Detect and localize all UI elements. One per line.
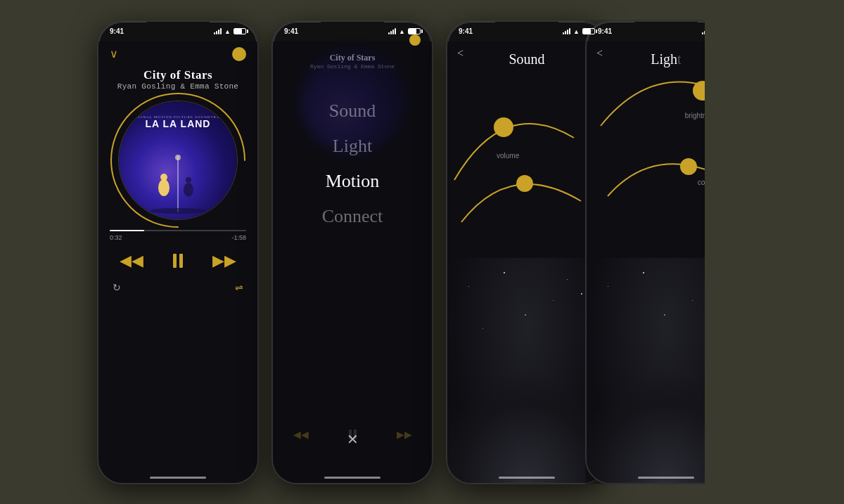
starfield-light	[587, 258, 746, 483]
battery-icon-4	[722, 28, 734, 34]
song-title: City of Stars	[143, 68, 212, 82]
svg-point-7	[494, 117, 513, 137]
menu-screen: City of Stars Ryan Gosling & Emma Stone …	[273, 41, 432, 483]
phone-sound: 9:41 ▲ < Sound	[446, 20, 608, 484]
menu-song-title: City of Stars	[310, 53, 395, 63]
signal-icon-3	[563, 28, 570, 34]
phone-notch-3	[495, 22, 558, 37]
menu-item-light[interactable]: Light	[333, 130, 372, 162]
phone-menu: 9:41 ▲ City of Stars Ryan Gosling & Emma…	[271, 20, 433, 484]
svg-point-5	[186, 177, 191, 183]
remaining-time: -1:58	[231, 234, 246, 241]
mountain-silhouette	[447, 370, 606, 483]
sound-curves-svg	[447, 67, 608, 264]
menu-dot-button[interactable]	[232, 47, 246, 61]
home-indicator-4	[638, 477, 694, 479]
phone-light: 9:41 ▲ < Light	[585, 20, 747, 484]
brightness-label: brightne	[685, 112, 710, 119]
menu-item-connect[interactable]: Connect	[322, 200, 383, 233]
back-button-light[interactable]: <	[596, 47, 603, 60]
bottom-controls: ↻ ⇌	[110, 282, 246, 294]
artist-name: Ryan Gosling & Emma Stone	[117, 82, 239, 91]
battery-icon-3	[582, 28, 595, 34]
home-indicator-2	[324, 477, 381, 479]
current-time: 0:32	[110, 234, 122, 241]
home-indicator	[150, 477, 206, 479]
volume-label: volume	[497, 152, 519, 160]
signal-icon-2	[388, 28, 396, 34]
starfield	[447, 258, 606, 483]
chevron-down-icon[interactable]: ∨	[110, 47, 118, 60]
wifi-icon: ▲	[224, 28, 231, 35]
wifi-icon-3: ▲	[573, 28, 580, 35]
phone-notch-4	[634, 22, 698, 37]
now-playing-screen: ∨ City of Stars Ryan Gosling & Emma Ston…	[98, 41, 257, 483]
mini-rewind: ◀◀	[293, 429, 309, 441]
close-button[interactable]: ✕	[347, 431, 359, 448]
pause-button[interactable]	[164, 247, 192, 275]
sound-title: Sound	[509, 51, 544, 67]
status-icons-2: ▲	[388, 28, 421, 35]
wifi-icon-2: ▲	[399, 28, 405, 35]
svg-point-10	[680, 158, 697, 175]
mountain-silhouette-light	[587, 370, 746, 483]
status-icons-3: ▲	[563, 28, 595, 35]
status-time-2: 9:41	[284, 27, 298, 35]
status-icons-4: ▲	[702, 28, 734, 35]
signal-icon-4	[702, 28, 710, 34]
svg-point-2	[158, 179, 170, 196]
phone-now-playing: 9:41 ▲ ∨ City of Stars Ryan Gosling & Em…	[97, 20, 259, 484]
svg-point-3	[160, 174, 167, 181]
color-label: colo	[698, 179, 710, 186]
home-indicator-3	[499, 477, 555, 479]
repeat-button[interactable]: ↻	[113, 282, 121, 294]
signal-icon	[214, 28, 222, 34]
status-time-3: 9:41	[459, 27, 473, 35]
playback-controls: ◀◀ ▶▶	[110, 247, 246, 275]
top-bar: ∨	[110, 47, 246, 61]
main-menu: Sound Light Motion Connect	[322, 95, 383, 431]
svg-point-1	[175, 155, 181, 160]
menu-item-sound[interactable]: Sound	[329, 95, 376, 127]
phone-notch	[146, 22, 210, 37]
wifi-icon-4: ▲	[712, 28, 719, 35]
progress-times: 0:32 -1:58	[110, 234, 246, 241]
light-curves-svg	[587, 70, 747, 280]
menu-header: City of Stars Ryan Gosling & Emma Stone	[310, 53, 395, 70]
battery-icon-2	[408, 28, 421, 34]
progress-bar[interactable]	[110, 230, 246, 231]
sound-screen: < Sound volume	[447, 41, 606, 483]
menu-artist: Ryan Gosling & Emma Stone	[310, 63, 395, 70]
progress-fill	[110, 230, 144, 231]
svg-point-9	[693, 81, 712, 101]
forward-button[interactable]: ▶▶	[212, 252, 236, 270]
svg-point-4	[184, 183, 193, 197]
light-screen: < Light brightne colo	[587, 41, 746, 483]
svg-point-8	[516, 175, 533, 192]
shuffle-button[interactable]: ⇌	[235, 282, 243, 294]
pause-icon	[173, 254, 183, 268]
light-title: Light	[651, 51, 681, 67]
album-silhouette	[118, 149, 238, 219]
progress-section: 0:32 -1:58	[110, 230, 246, 241]
rewind-button[interactable]: ◀◀	[120, 252, 143, 270]
album-art: ORIGINAL MOTION PICTURE SOUNDTRACK LA LA…	[118, 101, 238, 220]
album-title: LA LA LAND	[119, 119, 237, 129]
svg-point-6	[150, 208, 206, 214]
phone-notch-2	[321, 22, 384, 37]
battery-icon	[234, 28, 246, 34]
back-button-sound[interactable]: <	[457, 47, 463, 60]
status-icons-1: ▲	[214, 28, 246, 35]
status-time-1: 9:41	[110, 27, 124, 35]
menu-item-motion[interactable]: Motion	[326, 165, 380, 198]
mini-forward: ▶▶	[397, 429, 412, 441]
